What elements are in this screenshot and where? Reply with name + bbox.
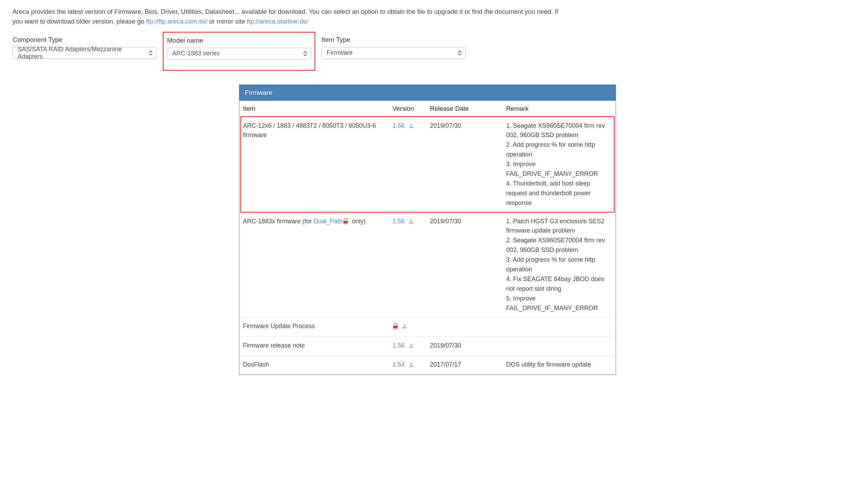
pdf-icon	[343, 218, 349, 227]
item-type-label: Item Type	[321, 36, 466, 44]
component-type-value: SAS/SATA RAID Adapters/Mezzanine Adapter…	[18, 46, 144, 60]
version-link[interactable]: 1.54	[393, 361, 405, 368]
cell-item: Firmware Update Process	[239, 317, 389, 337]
table-header-row: Item Version Release Date Remark	[239, 101, 616, 117]
cell-item: DosFlash	[239, 356, 389, 375]
ftp-link-mirror[interactable]: ftp://areca.starline.de/	[247, 18, 309, 25]
download-icon[interactable]	[402, 322, 407, 332]
cell-item: ARC-1883x firmware (for Dual_Path only)	[239, 212, 389, 317]
filter-component-type: Component Type SAS/SATA RAID Adapters/Me…	[12, 36, 157, 71]
component-type-select[interactable]: SAS/SATA RAID Adapters/Mezzanine Adapter…	[12, 47, 157, 59]
item-type-value: Firmware	[327, 49, 353, 56]
table-row: ARC-1883x firmware (for Dual_Path only) …	[239, 212, 616, 317]
model-name-label: Model name	[167, 37, 311, 44]
cell-item: Firmware release note	[239, 337, 389, 356]
cell-version	[389, 317, 426, 337]
pdf-icon[interactable]	[393, 323, 399, 332]
table-title: Firmware	[239, 85, 616, 101]
download-icon[interactable]	[408, 361, 414, 370]
ftp-link-primary[interactable]: ftp://ftp.areca.com.tw/	[146, 18, 208, 25]
table-row: Firmware Update Process	[239, 317, 616, 337]
model-name-value: ARC-1883 series	[172, 50, 220, 57]
download-icon[interactable]	[408, 342, 414, 351]
svg-rect-0	[343, 221, 347, 223]
remark-text: 1. Seagate XS960SE70004 firm rev 002, 96…	[506, 122, 605, 206]
cell-version: 1.56	[389, 117, 426, 212]
intro-text: Areca provides the latest version of Fir…	[12, 7, 567, 26]
version-link[interactable]: 1.56	[393, 122, 405, 129]
table-row: Firmware release note 1.56 2019/07/30	[239, 337, 616, 356]
table-row: ARC-12x6 / 1883 / 4883T2 / 8050T3 / 8050…	[239, 117, 616, 212]
cell-version: 1.54	[389, 356, 426, 375]
col-header-remark: Remark	[503, 101, 616, 117]
cell-date: 2019/07/30	[426, 337, 503, 356]
cell-date: 2019/07/30	[426, 212, 503, 317]
item-prefix: ARC-1883x firmware (for	[243, 218, 314, 225]
col-header-item: Item	[239, 101, 389, 117]
cell-date: 2017/07/17	[426, 356, 503, 375]
filter-item-type: Item Type Firmware	[321, 36, 466, 71]
item-type-select[interactable]: Firmware	[321, 47, 466, 59]
cell-remark	[503, 337, 616, 356]
cell-remark: 1. Seagate XS960SE70004 firm rev 002, 96…	[503, 117, 616, 212]
intro-mid: or mirror site	[209, 18, 247, 25]
svg-rect-1	[393, 326, 397, 328]
version-link[interactable]: 1.56	[393, 218, 405, 225]
download-icon[interactable]	[408, 122, 414, 132]
col-header-version: Version	[389, 101, 426, 117]
cell-remark	[503, 317, 616, 337]
table-row: DosFlash 1.54 2017/07/17 DOS utility for…	[239, 356, 616, 375]
component-type-label: Component Type	[12, 36, 157, 44]
cell-remark: DOS utility for firmware update	[503, 356, 616, 375]
model-name-select[interactable]: ARC-1883 series	[167, 48, 311, 60]
cell-date	[426, 317, 503, 337]
col-header-date: Release Date	[426, 101, 503, 117]
cell-date: 2019/07/30	[426, 117, 503, 212]
version-link[interactable]: 1.56	[393, 342, 405, 349]
download-icon[interactable]	[408, 217, 414, 227]
remark-text: 1. Patch HGST G3 enclosure SES2 firmware…	[506, 218, 605, 312]
filter-model-name-highlighted: Model name ARC-1883 series	[163, 32, 315, 71]
cell-version: 1.56	[389, 337, 426, 356]
cell-item: ARC-12x6 / 1883 / 4883T2 / 8050T3 / 8050…	[239, 117, 389, 212]
filters-row: Component Type SAS/SATA RAID Adapters/Me…	[12, 36, 843, 71]
cell-remark: 1. Patch HGST G3 enclosure SES2 firmware…	[503, 212, 616, 317]
cell-version: 1.56	[389, 212, 426, 317]
firmware-table-container: Firmware Item Version Release Date Remar…	[239, 84, 616, 375]
firmware-table: Item Version Release Date Remark ARC-12x…	[239, 101, 616, 375]
dual-path-link[interactable]: Dual_Path	[314, 218, 343, 225]
item-suffix: only)	[350, 218, 365, 225]
